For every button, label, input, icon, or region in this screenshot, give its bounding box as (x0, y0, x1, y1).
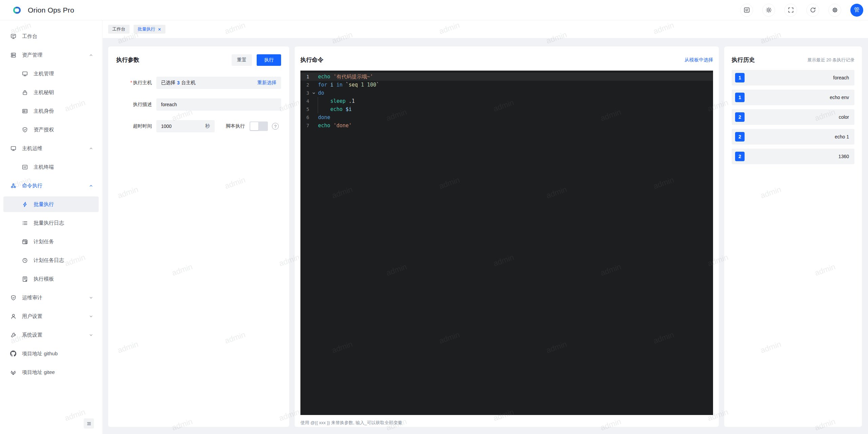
desc-label: 执行描述 (116, 101, 156, 108)
history-row[interactable]: 1 echo env (732, 90, 854, 105)
sidebar-item-host-ops[interactable]: 主机运维 (3, 140, 99, 156)
sidebar-item-host-mgmt[interactable]: 主机管理 (3, 66, 99, 81)
sidebar-item-command-exec[interactable]: 命令执行 (3, 178, 99, 193)
command-title: 执行命令 (300, 56, 323, 64)
tab-batch-exec[interactable]: 批量执行 (134, 25, 165, 34)
chevron-up-icon (89, 146, 93, 151)
avatar[interactable]: 管 (850, 4, 863, 17)
history-row[interactable]: 2 echo 1 (732, 129, 854, 145)
sidebar-item-scheduled-task[interactable]: 计划任务 (3, 234, 99, 249)
host-select[interactable]: 已选择 3 台主机 重新选择 (156, 77, 281, 89)
terminal-icon (22, 164, 28, 170)
close-icon[interactable] (158, 27, 161, 31)
help-icon[interactable] (272, 123, 279, 130)
sidebar-item-exec-template[interactable]: 执行模板 (3, 271, 99, 287)
logo-link-icon (10, 6, 24, 15)
code-preview-button[interactable] (740, 4, 753, 17)
chevron-down-icon (89, 314, 93, 319)
app-header: Orion Ops Pro 管 (0, 0, 868, 20)
history-label: echo env (830, 95, 849, 100)
history-label: 1360 (839, 154, 849, 159)
desktop-icon (10, 145, 16, 151)
timeout-row: 超时时间 秒 脚本执行 (116, 120, 281, 132)
refresh-button[interactable] (806, 4, 819, 17)
sidebar-item-batch-exec[interactable]: 批量执行 (3, 196, 99, 212)
sidebar: 工作台 资产管理 主机管理 主机秘钥 主机身份 资产授权 主机运维 主机终端 命… (0, 20, 102, 434)
wrench-icon (10, 332, 16, 338)
tab-workbench[interactable]: 工作台 (108, 25, 130, 34)
theme-button[interactable] (762, 4, 775, 17)
code-line: 3do (300, 89, 713, 97)
params-title: 执行参数 (116, 56, 139, 64)
app-title: Orion Ops Pro (28, 6, 74, 14)
reselect-link[interactable]: 重新选择 (257, 80, 276, 86)
settings-button[interactable] (828, 4, 841, 17)
host-count-badge: 2 (735, 152, 745, 161)
timeout-unit: 秒 (205, 123, 210, 129)
cluster-icon (10, 183, 16, 189)
sidebar-item-system-settings[interactable]: 系统设置 (3, 327, 99, 343)
script-exec-label: 脚本执行 (226, 123, 245, 129)
panel-exec-command: 执行命令 从模板中选择 1echo '有代码提示哦~' 2for i in `s… (295, 46, 719, 427)
header-actions: 管 (740, 4, 868, 17)
code-icon (744, 7, 750, 13)
indent-guide (318, 97, 318, 113)
execute-button[interactable]: 执行 (257, 54, 281, 66)
clock-history-icon (22, 257, 28, 263)
sidebar-item-user-settings[interactable]: 用户设置 (3, 308, 99, 324)
history-label: echo 1 (835, 134, 849, 139)
code-line: 4 sleep .1 (300, 97, 713, 105)
code-line: 6done (300, 113, 713, 121)
gitee-icon (10, 369, 16, 375)
host-label: *执行主机 (116, 80, 156, 86)
fold-chevron-icon[interactable] (309, 89, 318, 97)
history-label: foreach (833, 75, 849, 80)
select-from-template-link[interactable]: 从模板中选择 (685, 57, 713, 63)
reset-button[interactable]: 重置 (232, 54, 252, 66)
code-line: 1echo '有代码提示哦~' (300, 73, 713, 81)
command-hint: 使用 @{{ xxx }} 来替换参数, 输入_可以获取全部变量 (300, 420, 713, 426)
app-logo[interactable]: Orion Ops Pro (0, 6, 74, 15)
shield-check-icon (10, 295, 16, 301)
sidebar-item-scheduled-task-log[interactable]: 计划任务日志 (3, 252, 99, 268)
host-count: 3 (177, 80, 180, 86)
monitor-icon (22, 71, 28, 77)
sidebar-item-host-identity[interactable]: 主机身份 (3, 103, 99, 119)
script-exec-toggle[interactable] (250, 121, 268, 131)
sidebar-item-asset-mgmt[interactable]: 资产管理 (3, 47, 99, 63)
template-icon (22, 276, 28, 282)
sidebar-item-batch-exec-log[interactable]: 批量执行日志 (3, 215, 99, 231)
code-line: 5 echo $i (300, 105, 713, 113)
host-count-badge: 1 (735, 93, 745, 102)
list-icon (22, 220, 28, 226)
lock-icon (22, 89, 28, 95)
sidebar-item-github-link[interactable]: 项目地址 github (3, 346, 99, 361)
fullscreen-button[interactable] (784, 4, 797, 17)
chevron-up-icon (89, 184, 93, 188)
sidebar-item-ops-audit[interactable]: 运维审计 (3, 290, 99, 305)
sidebar-collapse-button[interactable] (84, 418, 94, 429)
code-editor[interactable]: 1echo '有代码提示哦~' 2for i in `seq 1 100` 3d… (300, 71, 713, 415)
timeout-input[interactable] (161, 124, 188, 129)
history-label: color (839, 114, 849, 120)
sidebar-item-asset-grant[interactable]: 资产授权 (3, 122, 99, 137)
host-row: *执行主机 已选择 3 台主机 重新选择 (116, 77, 281, 89)
sidebar-item-host-key[interactable]: 主机秘钥 (3, 84, 99, 100)
desc-input[interactable] (156, 98, 281, 111)
sidebar-item-gitee-link[interactable]: 项目地址 gitee (3, 364, 99, 380)
code-line: 2for i in `seq 1 100` (300, 81, 713, 89)
panels: 执行参数 重置 执行 *执行主机 已选择 3 台主机 重新选择 (103, 38, 868, 434)
history-title: 执行历史 (732, 56, 755, 64)
sidebar-item-host-terminal[interactable]: 主机终端 (3, 159, 99, 175)
servers-icon (10, 52, 16, 58)
chevron-up-icon (89, 53, 93, 57)
tab-bar: 工作台 批量执行 (103, 20, 868, 38)
timeout-box: 秒 (156, 120, 215, 132)
github-icon (10, 351, 16, 357)
panel-exec-history: 执行历史 展示最近 20 条执行记录 1 foreach 1 echo env … (724, 46, 862, 427)
history-row[interactable]: 2 color (732, 109, 854, 125)
sidebar-item-workbench[interactable]: 工作台 (3, 29, 99, 44)
history-note: 展示最近 20 条执行记录 (807, 57, 854, 63)
history-row[interactable]: 2 1360 (732, 149, 854, 164)
history-row[interactable]: 1 foreach (732, 70, 854, 86)
